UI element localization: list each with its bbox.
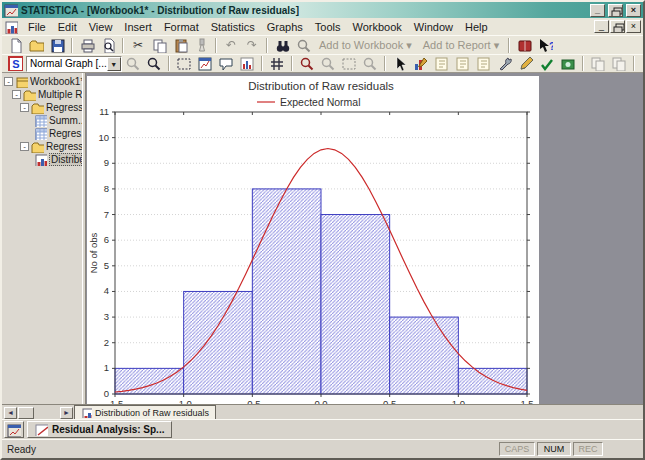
collapse-icon[interactable]: - [20,103,29,112]
tab-scroll-left-button[interactable]: ◄ [4,407,17,419]
workbook-tree: - Workbook1* - Multiple Regre - Regressi… [2,73,82,404]
child-restore-button[interactable] [610,20,625,33]
toolbar-separator [261,56,263,71]
close-button[interactable]: × [626,4,641,17]
graph-page[interactable]: Distribution of Raw residualsExpected No… [87,76,539,404]
stamp-2-button[interactable] [609,55,629,72]
font-increase-icon [641,56,645,71]
redo-button[interactable]: ↷ [242,37,262,54]
chart-title: Distribution of Raw residuals [248,80,394,92]
collapse-icon[interactable]: - [4,77,13,86]
statistica-logo-button[interactable] [5,55,25,72]
zoom-reset-button[interactable] [360,55,380,72]
callout-button[interactable] [216,55,236,72]
link-button[interactable] [123,55,143,72]
residual-analysis-button[interactable]: Residual Analysis: Sp... [27,421,172,438]
menu-window[interactable]: Window [408,20,459,34]
zoom-out-button[interactable] [318,55,338,72]
increase-font-button[interactable] [639,55,645,72]
dropdown-arrow-icon[interactable]: ▼ [107,57,121,71]
toolbar-separator [633,56,635,71]
tab-distribution-of-raw-residuals[interactable]: Distribution of Raw residuals [74,405,216,419]
menu-graphs[interactable]: Graphs [261,20,309,34]
residuals-histogram-chart[interactable]: Distribution of Raw residualsExpected No… [87,76,539,404]
add-marker-button[interactable] [474,55,494,72]
restore-button[interactable] [608,4,623,17]
red-book-icon [517,38,532,53]
cut-button[interactable]: ✂ [128,37,148,54]
menu-statistics[interactable]: Statistics [205,20,261,34]
stamp-1-button[interactable] [588,55,608,72]
open-button[interactable] [26,37,46,54]
tree-item-regression-1[interactable]: - Regression [4,101,82,114]
draw-tool-button[interactable] [516,55,536,72]
svg-text:0,5: 0,5 [383,398,396,404]
menu-tools[interactable]: Tools [309,20,347,34]
whats-this-help-button[interactable] [535,37,555,54]
tree-item-regression-2[interactable]: - Regression [4,140,82,153]
statistica-window: STATISTICA - [Workbook1* - Distribution … [0,0,645,460]
svg-text:-1,0: -1,0 [175,398,191,404]
pointer-tool-button[interactable] [390,55,410,72]
add-object-button[interactable] [453,55,473,72]
zoom-in-button[interactable] [297,55,317,72]
brush-chart-icon [413,56,428,71]
tree-item-summary[interactable]: Summ... [4,114,82,127]
zoom-selection-button[interactable] [339,55,359,72]
collapse-icon[interactable]: - [20,142,29,151]
print-button[interactable] [77,37,97,54]
accept-tool-button[interactable] [537,55,557,72]
graph-options-button[interactable] [195,55,215,72]
child-close-button[interactable]: × [626,20,641,33]
menu-view[interactable]: View [83,20,119,34]
glossary-button[interactable] [514,37,534,54]
adjust-tool-button[interactable] [495,55,515,72]
menu-format[interactable]: Format [158,20,205,34]
magnifier-plus-icon [146,56,161,71]
document-system-icon[interactable] [4,20,18,34]
undo-button[interactable]: ↶ [221,37,241,54]
find-button[interactable] [272,37,292,54]
menu-edit[interactable]: Edit [52,20,83,34]
format-painter-button[interactable] [191,37,211,54]
add-to-workbook-button[interactable]: Add to Workbook ▾ [314,39,417,52]
analysis-minimized-button[interactable] [4,421,24,438]
folder-icon [31,140,44,153]
add-text-button[interactable] [432,55,452,72]
zoom-custom-button[interactable] [144,55,164,72]
toolbar-separator [582,56,584,71]
child-minimize-button[interactable]: _ [594,20,609,33]
tree-item-regression-sheet[interactable]: Regres... [4,127,82,140]
menu-workbook[interactable]: Workbook [347,20,408,34]
tree-item-workbook[interactable]: - Workbook1* [4,75,82,88]
tree-item-distribution-graph[interactable]: Distribu... [4,153,82,166]
copy-icon [152,38,167,53]
paste-button[interactable] [170,37,190,54]
app-icon [4,3,18,17]
gridlines-button[interactable] [267,55,287,72]
select-region-button[interactable] [174,55,194,72]
tab-scrollbar-thumb[interactable] [18,407,34,419]
svg-text:0,0: 0,0 [314,398,327,404]
copy-button[interactable] [149,37,169,54]
pen-icon [518,56,533,71]
print-preview-button[interactable] [98,37,118,54]
find-next-button[interactable] [293,37,313,54]
redo-arrow-icon: ↷ [247,38,257,52]
new-button[interactable] [5,37,25,54]
save-button[interactable] [47,37,67,54]
save-disk-icon [50,38,65,53]
brushing-tool-button[interactable] [411,55,431,72]
snapshot-button[interactable] [558,55,578,72]
tab-scroll-right-button[interactable]: ► [60,407,73,419]
zoom-selection-icon [341,56,356,71]
minimize-button[interactable]: _ [590,4,605,17]
add-to-report-button[interactable]: Add to Report ▾ [418,39,504,52]
tree-item-multiple-regression[interactable]: - Multiple Regre [4,88,82,101]
collapse-icon[interactable]: - [12,90,21,99]
menu-file[interactable]: File [22,20,52,34]
mini-graph-button[interactable] [237,55,257,72]
graph-type-dropdown[interactable]: Normal Graph [...▼ [26,56,122,72]
menu-insert[interactable]: Insert [118,20,158,34]
menu-help[interactable]: Help [459,20,494,34]
